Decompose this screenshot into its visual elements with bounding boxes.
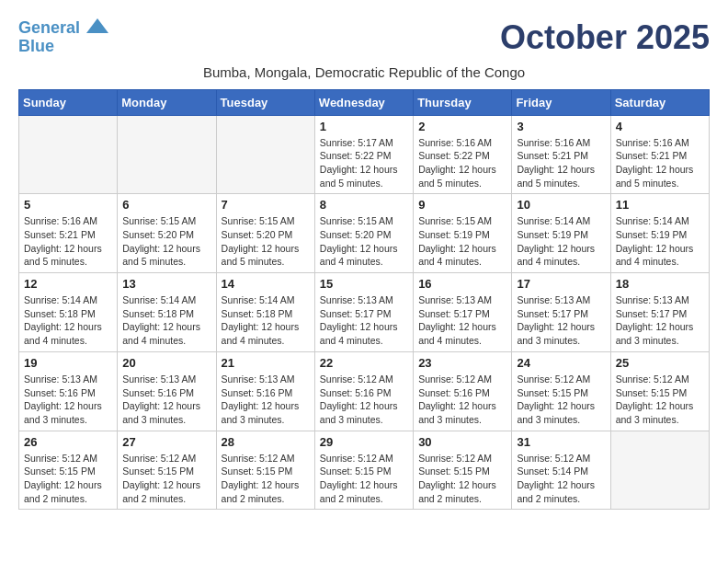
day-info: Sunrise: 5:15 AM Sunset: 5:19 PM Dayligh… xyxy=(418,214,506,269)
logo-icon xyxy=(86,18,108,33)
calendar-cell: 30Sunrise: 5:12 AM Sunset: 5:15 PM Dayli… xyxy=(414,431,512,510)
calendar-cell: 26Sunrise: 5:12 AM Sunset: 5:15 PM Dayli… xyxy=(19,431,118,510)
day-number: 14 xyxy=(222,277,310,291)
day-number: 21 xyxy=(222,356,310,370)
day-info: Sunrise: 5:14 AM Sunset: 5:18 PM Dayligh… xyxy=(222,293,310,348)
calendar-cell: 21Sunrise: 5:13 AM Sunset: 5:16 PM Dayli… xyxy=(216,351,314,431)
calendar-cell: 5Sunrise: 5:16 AM Sunset: 5:21 PM Daylig… xyxy=(19,194,118,273)
day-number: 19 xyxy=(24,356,112,370)
day-info: Sunrise: 5:13 AM Sunset: 5:17 PM Dayligh… xyxy=(320,293,408,348)
day-number: 9 xyxy=(418,198,506,212)
weekday-thursday: Thursday xyxy=(414,89,512,115)
day-number: 4 xyxy=(616,120,704,133)
calendar-cell: 24Sunrise: 5:12 AM Sunset: 5:15 PM Dayli… xyxy=(512,351,610,431)
weekday-monday: Monday xyxy=(118,89,216,115)
weekday-wednesday: Wednesday xyxy=(314,89,413,115)
weekday-sunday: Sunday xyxy=(19,89,118,115)
day-number: 26 xyxy=(24,435,112,449)
week-row-0: 1Sunrise: 5:17 AM Sunset: 5:22 PM Daylig… xyxy=(19,115,710,194)
weekday-friday: Friday xyxy=(512,89,610,115)
logo-blue: Blue xyxy=(18,37,54,55)
day-info: Sunrise: 5:12 AM Sunset: 5:16 PM Dayligh… xyxy=(418,373,506,427)
day-number: 23 xyxy=(418,356,506,370)
day-info: Sunrise: 5:16 AM Sunset: 5:21 PM Dayligh… xyxy=(24,214,112,269)
calendar-cell xyxy=(19,115,118,194)
calendar-body: 1Sunrise: 5:17 AM Sunset: 5:22 PM Daylig… xyxy=(19,115,710,510)
day-info: Sunrise: 5:15 AM Sunset: 5:20 PM Dayligh… xyxy=(222,214,310,269)
calendar-cell: 18Sunrise: 5:13 AM Sunset: 5:17 PM Dayli… xyxy=(610,273,709,352)
day-info: Sunrise: 5:12 AM Sunset: 5:15 PM Dayligh… xyxy=(517,373,605,427)
calendar-cell: 11Sunrise: 5:14 AM Sunset: 5:19 PM Dayli… xyxy=(610,194,709,273)
day-number: 6 xyxy=(122,198,210,212)
calendar-cell: 20Sunrise: 5:13 AM Sunset: 5:16 PM Dayli… xyxy=(118,351,216,431)
week-row-4: 26Sunrise: 5:12 AM Sunset: 5:15 PM Dayli… xyxy=(19,431,710,510)
calendar-cell: 27Sunrise: 5:12 AM Sunset: 5:15 PM Dayli… xyxy=(118,431,216,510)
day-number: 2 xyxy=(418,120,506,133)
day-info: Sunrise: 5:13 AM Sunset: 5:16 PM Dayligh… xyxy=(222,373,310,427)
day-number: 10 xyxy=(517,198,605,212)
day-number: 12 xyxy=(24,277,112,291)
calendar: SundayMondayTuesdayWednesdayThursdayFrid… xyxy=(18,89,710,511)
day-info: Sunrise: 5:14 AM Sunset: 5:19 PM Dayligh… xyxy=(616,214,704,269)
logo: General Blue xyxy=(18,18,108,56)
day-info: Sunrise: 5:17 AM Sunset: 5:22 PM Dayligh… xyxy=(320,136,408,190)
calendar-cell: 16Sunrise: 5:13 AM Sunset: 5:17 PM Dayli… xyxy=(414,273,512,352)
calendar-cell xyxy=(118,115,216,194)
calendar-cell: 2Sunrise: 5:16 AM Sunset: 5:22 PM Daylig… xyxy=(414,115,512,194)
logo-general: General xyxy=(18,18,80,37)
day-info: Sunrise: 5:13 AM Sunset: 5:17 PM Dayligh… xyxy=(517,293,605,348)
day-number: 18 xyxy=(616,277,704,291)
day-number: 29 xyxy=(320,435,408,449)
calendar-cell: 28Sunrise: 5:12 AM Sunset: 5:15 PM Dayli… xyxy=(216,431,314,510)
day-number: 27 xyxy=(122,435,210,449)
calendar-cell: 1Sunrise: 5:17 AM Sunset: 5:22 PM Daylig… xyxy=(314,115,413,194)
month-title: October 2025 xyxy=(500,18,710,57)
day-number: 24 xyxy=(517,356,605,370)
weekday-saturday: Saturday xyxy=(610,89,709,115)
day-info: Sunrise: 5:13 AM Sunset: 5:17 PM Dayligh… xyxy=(418,293,506,348)
day-number: 8 xyxy=(320,198,408,212)
calendar-cell: 10Sunrise: 5:14 AM Sunset: 5:19 PM Dayli… xyxy=(512,194,610,273)
subtitle: Bumba, Mongala, Democratic Republic of t… xyxy=(18,64,710,80)
week-row-2: 12Sunrise: 5:14 AM Sunset: 5:18 PM Dayli… xyxy=(19,273,710,352)
day-number: 5 xyxy=(24,198,112,212)
day-number: 30 xyxy=(418,435,506,449)
day-info: Sunrise: 5:15 AM Sunset: 5:20 PM Dayligh… xyxy=(122,214,210,269)
day-number: 15 xyxy=(320,277,408,291)
calendar-cell: 12Sunrise: 5:14 AM Sunset: 5:18 PM Dayli… xyxy=(19,273,118,352)
calendar-cell: 19Sunrise: 5:13 AM Sunset: 5:16 PM Dayli… xyxy=(19,351,118,431)
logo-text: General Blue xyxy=(18,18,108,56)
calendar-cell: 15Sunrise: 5:13 AM Sunset: 5:17 PM Dayli… xyxy=(314,273,413,352)
calendar-cell: 25Sunrise: 5:12 AM Sunset: 5:15 PM Dayli… xyxy=(610,351,709,431)
day-number: 16 xyxy=(418,277,506,291)
day-number: 3 xyxy=(517,120,605,133)
day-info: Sunrise: 5:12 AM Sunset: 5:14 PM Dayligh… xyxy=(517,452,605,506)
day-info: Sunrise: 5:12 AM Sunset: 5:15 PM Dayligh… xyxy=(222,452,310,506)
calendar-cell: 13Sunrise: 5:14 AM Sunset: 5:18 PM Dayli… xyxy=(118,273,216,352)
day-number: 17 xyxy=(517,277,605,291)
calendar-cell: 31Sunrise: 5:12 AM Sunset: 5:14 PM Dayli… xyxy=(512,431,610,510)
day-info: Sunrise: 5:13 AM Sunset: 5:17 PM Dayligh… xyxy=(616,293,704,348)
calendar-cell: 4Sunrise: 5:16 AM Sunset: 5:21 PM Daylig… xyxy=(610,115,709,194)
calendar-cell: 6Sunrise: 5:15 AM Sunset: 5:20 PM Daylig… xyxy=(118,194,216,273)
day-info: Sunrise: 5:13 AM Sunset: 5:16 PM Dayligh… xyxy=(122,373,210,427)
calendar-cell: 9Sunrise: 5:15 AM Sunset: 5:19 PM Daylig… xyxy=(414,194,512,273)
day-info: Sunrise: 5:12 AM Sunset: 5:15 PM Dayligh… xyxy=(24,452,112,506)
calendar-cell: 22Sunrise: 5:12 AM Sunset: 5:16 PM Dayli… xyxy=(314,351,413,431)
calendar-cell: 17Sunrise: 5:13 AM Sunset: 5:17 PM Dayli… xyxy=(512,273,610,352)
day-number: 22 xyxy=(320,356,408,370)
weekday-header: SundayMondayTuesdayWednesdayThursdayFrid… xyxy=(19,89,710,115)
day-number: 28 xyxy=(222,435,310,449)
day-info: Sunrise: 5:14 AM Sunset: 5:18 PM Dayligh… xyxy=(122,293,210,348)
day-info: Sunrise: 5:16 AM Sunset: 5:21 PM Dayligh… xyxy=(616,136,704,190)
day-info: Sunrise: 5:14 AM Sunset: 5:19 PM Dayligh… xyxy=(517,214,605,269)
week-row-1: 5Sunrise: 5:16 AM Sunset: 5:21 PM Daylig… xyxy=(19,194,710,273)
day-number: 20 xyxy=(122,356,210,370)
day-number: 11 xyxy=(616,198,704,212)
day-number: 13 xyxy=(122,277,210,291)
calendar-cell: 8Sunrise: 5:15 AM Sunset: 5:20 PM Daylig… xyxy=(314,194,413,273)
calendar-cell xyxy=(216,115,314,194)
day-info: Sunrise: 5:12 AM Sunset: 5:15 PM Dayligh… xyxy=(122,452,210,506)
day-number: 31 xyxy=(517,435,605,449)
calendar-cell: 29Sunrise: 5:12 AM Sunset: 5:15 PM Dayli… xyxy=(314,431,413,510)
